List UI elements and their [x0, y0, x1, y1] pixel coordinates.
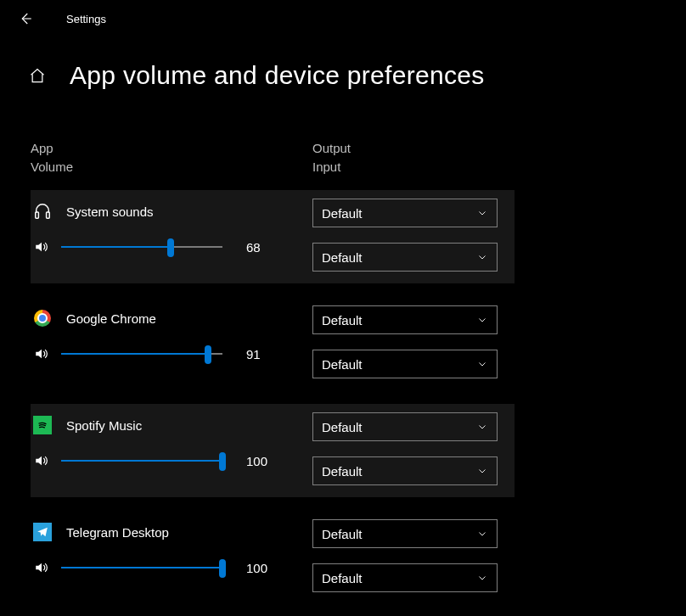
settings-breadcrumb: Settings: [66, 13, 106, 25]
input-select[interactable]: Default: [312, 563, 498, 592]
headphones-icon: [32, 201, 53, 221]
svg-rect-1: [47, 212, 50, 218]
app-name-label: Telegram Desktop: [66, 525, 169, 540]
volume-slider[interactable]: [61, 344, 222, 363]
input-select-value: Default: [322, 250, 363, 265]
column-header-app-volume: App Volume: [31, 139, 312, 176]
volume-value: 100: [246, 561, 272, 575]
volume-slider[interactable]: [61, 558, 222, 577]
svg-rect-0: [36, 212, 39, 218]
mute-button[interactable]: [32, 344, 51, 363]
output-select-value: Default: [322, 206, 363, 221]
chevron-down-icon: [476, 465, 488, 477]
app-name-label: Spotify Music: [66, 418, 142, 433]
input-select-value: Default: [322, 571, 363, 585]
app-row: Spotify Music100DefaultDefault: [31, 404, 514, 497]
chevron-down-icon: [476, 207, 488, 219]
app-row: Telegram Desktop100DefaultDefault: [31, 511, 514, 604]
chevron-down-icon: [476, 358, 488, 370]
chevron-down-icon: [476, 251, 488, 263]
output-select[interactable]: Default: [312, 305, 498, 334]
input-select[interactable]: Default: [312, 243, 498, 272]
chevron-down-icon: [476, 528, 488, 540]
output-select-value: Default: [322, 527, 363, 541]
page-title: App volume and device preferences: [70, 61, 485, 90]
chevron-down-icon: [476, 314, 488, 326]
output-select-value: Default: [322, 313, 363, 328]
input-select[interactable]: Default: [312, 350, 498, 378]
back-button[interactable]: [14, 7, 37, 31]
input-select-value: Default: [322, 464, 363, 479]
volume-value: 100: [246, 454, 272, 468]
app-name-label: Google Chrome: [66, 311, 156, 326]
mute-button[interactable]: [32, 238, 51, 256]
column-header-output-input: Output Input: [312, 139, 508, 176]
output-select[interactable]: Default: [312, 519, 498, 548]
telegram-icon: [32, 522, 53, 542]
mute-button[interactable]: [32, 558, 51, 577]
output-select[interactable]: Default: [312, 199, 498, 227]
spotify-icon: [32, 415, 53, 435]
input-select[interactable]: Default: [312, 456, 498, 485]
output-select-value: Default: [322, 420, 363, 434]
mute-button[interactable]: [32, 451, 51, 470]
chevron-down-icon: [476, 421, 488, 433]
volume-value: 91: [246, 347, 272, 361]
home-button[interactable]: [27, 65, 48, 86]
volume-slider[interactable]: [61, 451, 222, 470]
app-row: Google Chrome91DefaultDefault: [31, 297, 514, 390]
input-select-value: Default: [322, 357, 363, 372]
chevron-down-icon: [476, 572, 488, 584]
app-row: System sounds68DefaultDefault: [31, 190, 514, 283]
volume-value: 68: [246, 240, 272, 255]
chrome-icon: [32, 308, 53, 328]
app-name-label: System sounds: [66, 204, 154, 219]
output-select[interactable]: Default: [312, 412, 498, 441]
volume-slider[interactable]: [61, 238, 222, 256]
